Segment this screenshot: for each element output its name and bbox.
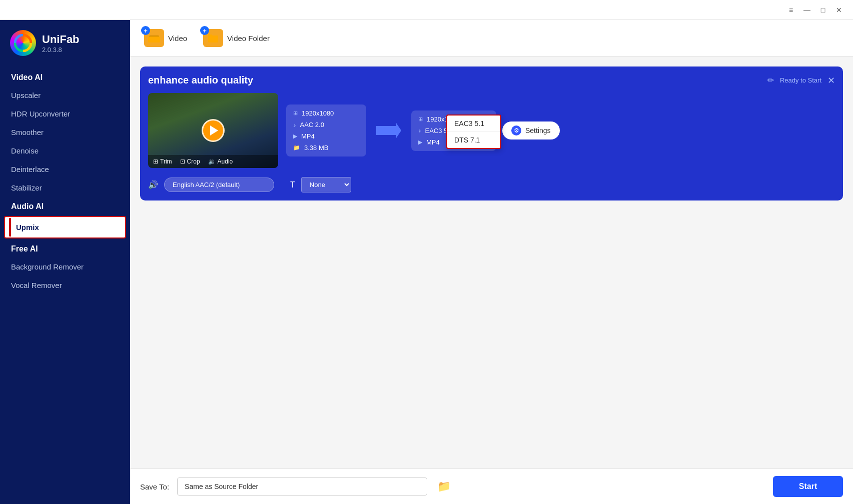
close-card-button[interactable]: ✕ <box>827 75 835 86</box>
app-name: UniFab <box>42 33 80 46</box>
out-format-icon: ▶ <box>418 139 422 146</box>
sidebar-item-label: Deinterlace <box>11 165 49 174</box>
input-size: 3.38 MB <box>304 144 328 152</box>
out-resolution-icon: ⊞ <box>418 116 423 122</box>
sidebar-item-upscaler[interactable]: Upscaler <box>0 86 130 104</box>
arrow-section <box>372 123 405 138</box>
sidebar-item-label: Background Remover <box>11 262 84 271</box>
size-icon: 📁 <box>293 144 300 151</box>
settings-button[interactable]: ⚙ Settings <box>502 122 560 140</box>
sidebar-item-background-remover[interactable]: Background Remover <box>0 258 130 276</box>
sidebar-item-vocal-remover[interactable]: Vocal Remover <box>0 276 130 294</box>
edit-button[interactable]: ✏ <box>767 76 774 85</box>
settings-label: Settings <box>525 126 551 134</box>
add-video-icon: + <box>144 29 164 47</box>
input-format: MP4 <box>301 132 315 140</box>
audio-track-select[interactable]: English AAC/2 (default) <box>164 178 274 192</box>
audio-ctrl-label: Audio <box>218 158 233 165</box>
sidebar-item-label: Upscaler <box>11 91 41 100</box>
main-content: + Video + Video Folder <box>130 20 853 504</box>
sidebar-item-smoother[interactable]: Smoother <box>0 123 130 142</box>
play-button[interactable] <box>202 119 225 142</box>
sidebar-item-upmix-wrapper: Upmix <box>4 216 126 238</box>
speaker-icon: 🔊 <box>148 180 158 190</box>
input-size-row: 📁 3.38 MB <box>293 144 359 152</box>
bottom-bar: Save To: Same as Source Folder 📁 Start <box>130 468 853 504</box>
save-to-label: Save To: <box>140 482 169 491</box>
input-resolution: 1920x1080 <box>302 110 334 117</box>
out-audio-icon: ♪ <box>418 128 421 134</box>
sidebar-item-denoise[interactable]: Denoise <box>0 142 130 160</box>
ready-text: Ready to Start <box>780 76 821 84</box>
toolbar: + Video + Video Folder <box>130 20 853 56</box>
audio-option-dts[interactable]: DTS 7.1 <box>447 132 500 148</box>
sidebar-item-label: Upmix <box>16 223 39 232</box>
sidebar: UniFab 2.0.3.8 Video AI Upscaler HDR Upc… <box>0 20 130 504</box>
subtitle-select[interactable]: None <box>301 177 351 192</box>
output-format: MP4 <box>426 138 440 146</box>
audio-option-eac3[interactable]: EAC3 5.1 <box>447 116 500 132</box>
arrow-icon <box>376 123 401 138</box>
trim-label: Trim <box>160 158 172 165</box>
menu-button[interactable]: ≡ <box>783 2 799 18</box>
video-info-section: ⊞ 1920x1080 ♪ AAC 2.0 ▶ MP4 <box>286 104 835 156</box>
add-folder-icon: + <box>203 29 223 47</box>
format-icon: ▶ <box>293 133 297 140</box>
svg-rect-2 <box>148 36 160 42</box>
subtitle-icon: T <box>290 180 295 190</box>
plus-icon: + <box>200 26 209 35</box>
trim-button[interactable]: ⊞ Trim <box>153 158 172 165</box>
video-thumbnail: ⊞ Trim ⊡ Crop 🔉 Audio <box>148 93 278 168</box>
video-ai-section-label: Video AI <box>0 68 130 86</box>
app-version: 2.0.3.8 <box>42 46 80 54</box>
input-specs: ⊞ 1920x1080 ♪ AAC 2.0 ▶ MP4 <box>286 104 366 156</box>
card-actions: ✏ Ready to Start ✕ <box>767 75 835 86</box>
title-bar: ≡ — □ ✕ <box>0 0 853 20</box>
input-codec-row: ♪ AAC 2.0 <box>293 121 359 128</box>
audio-codec-dropdown: EAC3 5.1 DTS 7.1 <box>446 114 501 149</box>
video-card-bottom: 🔊 English AAC/2 (default) T None <box>148 175 835 192</box>
audio-button[interactable]: 🔉 Audio <box>208 158 233 165</box>
free-ai-section-label: Free AI <box>0 240 130 258</box>
sidebar-item-hdr-upconverter[interactable]: HDR Upconverter <box>0 104 130 123</box>
video-controls: ⊞ Trim ⊡ Crop 🔉 Audio <box>148 155 278 168</box>
input-format-row: ▶ MP4 <box>293 132 359 140</box>
card-header: enhance audio quality ✏ Ready to Start ✕ <box>148 74 835 86</box>
sidebar-item-label: Smoother <box>11 128 44 136</box>
logo-text: UniFab 2.0.3.8 <box>42 33 80 54</box>
video-card-top: ⊞ Trim ⊡ Crop 🔉 Audio <box>148 93 835 168</box>
audio-ai-section-label: Audio AI <box>0 197 130 215</box>
start-button[interactable]: Start <box>773 476 843 497</box>
active-indicator <box>9 218 11 236</box>
crop-button[interactable]: ⊡ Crop <box>180 158 200 165</box>
sidebar-item-label: Stabilizer <box>11 184 42 192</box>
crop-icon: ⊡ <box>180 158 185 165</box>
input-codec: AAC 2.0 <box>300 121 324 128</box>
sidebar-item-deinterlace[interactable]: Deinterlace <box>0 160 130 178</box>
add-folder-button[interactable]: + Video Folder <box>199 27 274 49</box>
content-area: enhance audio quality ✏ Ready to Start ✕ <box>130 56 853 468</box>
add-video-label: Video <box>168 34 187 42</box>
output-specs: ⊞ 1920x108 ♪ EAC3 5.1 ▶ MP4 <box>411 110 496 151</box>
app-body: UniFab 2.0.3.8 Video AI Upscaler HDR Upc… <box>0 20 853 504</box>
sidebar-item-upmix[interactable]: Upmix <box>9 218 121 236</box>
logo-icon <box>10 30 36 56</box>
add-folder-label: Video Folder <box>227 34 270 42</box>
sidebar-item-label: Denoise <box>11 146 39 155</box>
app-logo: UniFab 2.0.3.8 <box>0 20 130 68</box>
save-location-select[interactable]: Same as Source Folder <box>177 478 427 496</box>
video-card: enhance audio quality ✏ Ready to Start ✕ <box>140 66 843 200</box>
browse-folder-button[interactable]: 📁 <box>435 478 453 495</box>
resolution-icon: ⊞ <box>293 110 298 116</box>
sidebar-item-stabilizer[interactable]: Stabilizer <box>0 178 130 197</box>
add-video-button[interactable]: + Video <box>140 27 191 49</box>
trim-icon: ⊞ <box>153 158 158 165</box>
minimize-button[interactable]: — <box>799 2 815 18</box>
crop-label: Crop <box>187 158 200 165</box>
plus-icon: + <box>141 26 150 35</box>
close-button[interactable]: ✕ <box>831 2 847 18</box>
maximize-button[interactable]: □ <box>815 2 831 18</box>
sidebar-item-label: HDR Upconverter <box>11 110 70 118</box>
sidebar-item-label: Vocal Remover <box>11 281 62 290</box>
audio-icon: 🔉 <box>208 158 216 165</box>
